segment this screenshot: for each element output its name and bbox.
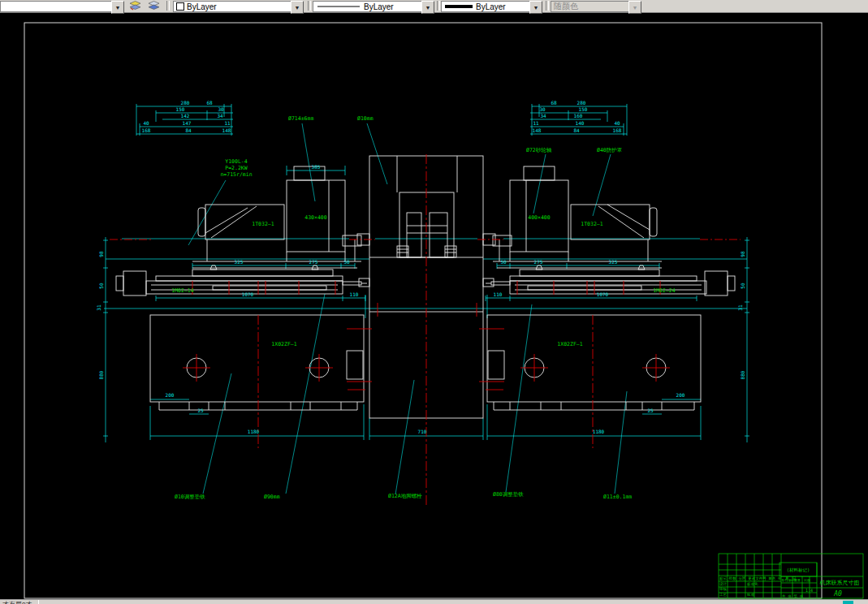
- bottom-label-5: Ø11±0.1mm: [603, 494, 632, 500]
- dim-value: 40: [614, 120, 620, 126]
- dim-value: 30: [539, 106, 546, 112]
- layer-combo[interactable]: ▼: [0, 1, 124, 11]
- layer-previous-button[interactable]: [145, 0, 162, 11]
- dim-value: 98: [98, 251, 104, 257]
- layer-combo-arrow-icon[interactable]: ▼: [111, 1, 124, 14]
- dim-value: 1070: [242, 291, 254, 297]
- left-table-model-label: 1M02—14: [171, 287, 193, 294]
- dim-value: 50: [500, 259, 507, 265]
- color-combo-arrow-icon[interactable]: ▼: [291, 1, 304, 14]
- dim-value: 34: [217, 113, 223, 119]
- dim-value: 50: [740, 283, 745, 289]
- linetype-combo-arrow-icon[interactable]: ▼: [421, 1, 434, 14]
- craft-label: 工艺: [719, 592, 728, 597]
- plotstyle-combo: 随颜色 ▼: [551, 1, 641, 11]
- right-head-model-label: 1T032—1: [581, 221, 602, 227]
- right-bed-model-label: 1X02ZF—1: [557, 341, 582, 347]
- lineweight-combo-arrow-icon[interactable]: ▼: [529, 1, 542, 14]
- dim-value: 110: [350, 291, 359, 297]
- dim-value: 31: [737, 304, 743, 311]
- bottom-label-4: Ø80调整垫铁: [493, 491, 524, 498]
- color-swatch-icon: [176, 2, 184, 11]
- dim-value: 150: [176, 106, 185, 112]
- color-combo-field[interactable]: ByLayer: [173, 1, 291, 12]
- dim-value: 200: [676, 392, 685, 398]
- dim-value: 275: [534, 259, 543, 265]
- dim-value: 150: [579, 106, 588, 112]
- make-object-layer-current-button[interactable]: [127, 0, 143, 11]
- linetype-combo[interactable]: ByLayer ▼: [313, 1, 434, 11]
- right-table-model-label: 1M02—24: [653, 287, 675, 294]
- dim-value: 880: [740, 370, 745, 379]
- dim-value: 40: [143, 120, 149, 126]
- dim-value: 148: [533, 127, 542, 133]
- weight-label: 重量: [793, 578, 801, 582]
- motor-spec-line1: Y100L-4: [225, 158, 247, 165]
- right-head-size-label: 400×400: [528, 214, 550, 221]
- dim-value: 385: [312, 164, 321, 170]
- plotstyle-combo-value: 随颜色: [554, 1, 578, 12]
- drawing-title: 机床联系尺寸图: [820, 580, 860, 586]
- dim-value: 25: [197, 408, 204, 413]
- dim-value: 1180: [593, 429, 605, 434]
- dim-value: 68: [206, 100, 213, 106]
- bottom-label-1: Ø10调整垫铁: [175, 494, 205, 500]
- command-line-strip[interactable]: 才有层0才: [0, 599, 868, 604]
- dim-value: 11: [533, 120, 539, 126]
- left-bed-model-label: 1X02ZF—1: [271, 341, 296, 347]
- dim-value: 84: [185, 127, 192, 133]
- check-label: 审核: [719, 587, 728, 591]
- dim-value: 31: [96, 304, 101, 311]
- lineweight-combo[interactable]: ByLayer ▼: [441, 1, 542, 11]
- dim-value: 1070: [597, 291, 609, 297]
- dim-value: 880: [98, 370, 104, 379]
- toolbar-separator: [166, 1, 170, 11]
- dim-value: 11: [224, 120, 231, 126]
- sheet-size: A0: [833, 590, 842, 598]
- material-mark: (材料标记): [787, 567, 810, 573]
- wheel-diameter-label: Ø714±6mm: [288, 115, 313, 122]
- bottom-label-2: Ø90mm: [264, 494, 280, 500]
- dim-value: 50: [343, 259, 350, 265]
- dim-value: 142: [181, 113, 190, 119]
- standardize-label: 标准化: [746, 581, 758, 587]
- dim-value: 50: [98, 283, 104, 289]
- plotstyle-combo-arrow-icon: ▼: [628, 1, 641, 14]
- command-line-text: 才有层0才: [2, 601, 868, 604]
- dim-value: 280: [181, 100, 190, 106]
- left-head-model-label: 1T032—1: [252, 221, 274, 227]
- toolbar-separator: [546, 1, 549, 11]
- linetype-combo-value: ByLayer: [364, 2, 394, 11]
- layer-combo-field[interactable]: [0, 1, 111, 12]
- status-teal-mark: [843, 601, 853, 604]
- color-combo[interactable]: ByLayer ▼: [173, 1, 304, 11]
- linetype-combo-field[interactable]: ByLayer: [313, 1, 421, 12]
- toolbar-separator: [437, 1, 440, 11]
- color-combo-value: ByLayer: [187, 2, 217, 11]
- scale-value: 1:4: [805, 588, 813, 593]
- motor-spec-line3: n=715r/min: [220, 171, 252, 178]
- plotstyle-combo-field: 随颜色: [551, 1, 628, 12]
- pages-label: 共 张 第 张: [782, 594, 804, 598]
- design-label: 设计: [719, 581, 728, 586]
- dim-value: 110: [494, 291, 503, 297]
- dim-value: 34: [540, 113, 546, 119]
- left-head-size-label: 430×400: [304, 214, 326, 221]
- dim-value: 160: [574, 113, 583, 119]
- dim-value: 140: [576, 120, 585, 126]
- dim-value: 168: [613, 127, 622, 133]
- dim-value: 30: [218, 106, 224, 112]
- toolbar-separator: [308, 1, 311, 11]
- dim-value: 98: [740, 251, 745, 257]
- dim-value: 200: [166, 392, 175, 398]
- dim-value: 147: [183, 120, 192, 126]
- layers-blue-icon: [148, 1, 160, 11]
- dim-value: 25: [647, 408, 654, 413]
- linetype-sample-icon: [316, 4, 361, 9]
- bottom-label-3: Ø12A地脚螺栓: [388, 493, 422, 499]
- spindle-label: Ø72砂轮轴: [526, 147, 551, 153]
- dim-value: 710: [418, 429, 427, 434]
- guard-label: Ø40防护罩: [597, 147, 623, 153]
- drawing-canvas[interactable]: 280 68 150 30 142 34 40 147 11 168 84 14…: [0, 0, 868, 604]
- lineweight-combo-field[interactable]: ByLayer: [441, 1, 529, 12]
